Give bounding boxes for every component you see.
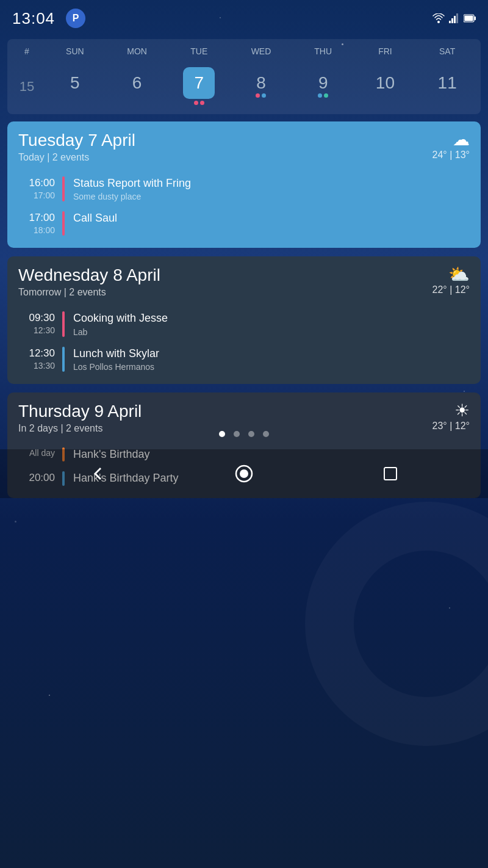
tuesday-weather-temp: 24° | 13° [432,150,470,161]
event-bar-pink-2 [62,211,65,236]
dot-wed-2 [262,93,266,98]
thursday-weather-temp: 23° | 12° [432,421,470,432]
nav-dot-1[interactable] [219,431,225,437]
svg-rect-6 [465,16,473,21]
thu-header: THU [292,44,354,59]
date-6[interactable]: 6 [106,71,168,102]
back-button[interactable] [85,461,110,486]
wed-event-end-2: 13:30 [18,360,55,371]
wednesday-header: Wednesday 8 April Tomorrow | 2 events ⛅ … [7,256,481,304]
tuesday-section: Tuesday 7 April Today | 2 events ☁ 24° |… [7,121,481,248]
wed-event-title-1: Cooking with Jesse [73,311,470,325]
home-button[interactable] [232,461,256,486]
dot-1 [194,101,198,105]
event-location: Some dusty place [73,192,470,201]
wednesday-sub: Tomorrow | 2 events [18,287,160,298]
wednesday-weather: ⛅ 22° | 12° [432,266,470,295]
wednesday-header-left: Wednesday 8 April Tomorrow | 2 events [18,266,160,298]
signal-icon [449,13,460,23]
event-title-2: Call Saul [73,211,470,225]
wednesday-event-1[interactable]: 09:30 12:30 Cooking with Jesse Lab [7,306,481,341]
event-details-2: Call Saul [73,211,470,236]
tuesday-weather: ☁ 24° | 13° [432,131,470,161]
wednesday-events: 09:30 12:30 Cooking with Jesse Lab 12:30… [7,304,481,384]
galaxy-arc [271,468,488,781]
date-5[interactable]: 5 [44,71,106,102]
svg-rect-10 [384,468,396,480]
status-right [432,13,476,23]
dot-thu-1 [318,93,322,98]
thursday-header-left: Thursday 9 April In 2 days | 2 events [18,402,142,434]
date-10[interactable]: 10 [354,71,417,102]
dot-wed-1 [256,93,260,98]
date-7-selected[interactable]: 7 [168,63,230,109]
wed-header: WED [230,44,292,59]
dot-thu-2 [324,93,328,98]
tuesday-header: Tuesday 7 April Today | 2 events ☁ 24° |… [7,121,481,169]
sat-header: SAT [416,44,478,59]
status-left: 13:04 P [12,9,85,28]
event-details: Status Report with Fring Some dusty plac… [73,176,470,201]
svg-rect-2 [454,16,456,23]
tuesday-event-2[interactable]: 17:00 18:00 Call Saul [7,206,481,241]
event-end-time-2: 18:00 [18,225,55,236]
event-bar-pink [62,176,65,201]
svg-marker-7 [94,468,101,480]
tue-header: TUE [168,44,230,59]
wed-event-title-2: Lunch with Skylar [73,347,470,361]
tuesday-weather-icon: ☁ [432,131,470,148]
svg-rect-3 [456,13,458,23]
tuesday-event-1[interactable]: 16:00 17:00 Status Report with Fring Som… [7,172,481,206]
svg-point-9 [240,469,248,478]
status-time: 13:04 [12,9,55,28]
event-start-time: 16:00 [18,176,55,190]
event-title: Status Report with Fring [73,176,470,190]
wifi-icon [432,13,445,23]
event-start-time-2: 17:00 [18,211,55,225]
battery-icon [464,14,476,23]
svg-rect-1 [451,18,453,23]
sun-header: SUN [44,44,106,59]
wed-event-time-col-1: 09:30 12:30 [18,311,62,336]
event-end-time: 17:00 [18,190,55,201]
wednesday-weather-temp: 22° | 12° [432,284,470,295]
thursday-weather-icon: ☀ [432,402,470,419]
svg-rect-5 [475,16,476,20]
wednesday-event-2[interactable]: 12:30 13:30 Lunch with Skylar Los Pollos… [7,342,481,377]
tuesday-header-left: Tuesday 7 April Today | 2 events [18,131,135,163]
nav-dot-4[interactable] [263,431,269,437]
thursday-weather: ☀ 23° | 12° [432,402,470,432]
calendar-dates-row: 15 5 6 7 8 [10,63,478,109]
thursday-title: Thursday 9 April [18,402,142,421]
wednesday-title: Wednesday 8 April [18,266,160,285]
wed-event-time-col-2: 12:30 13:30 [18,347,62,372]
wednesday-section: Wednesday 8 April Tomorrow | 2 events ⛅ … [7,256,481,384]
date-8[interactable]: 8 [230,71,292,102]
wednesday-weather-icon: ⛅ [432,266,470,283]
date-11[interactable]: 11 [416,71,478,102]
wed-event-end-1: 12:30 [18,325,55,336]
tuesday-title: Tuesday 7 April [18,131,135,150]
wed-event-bar-2 [62,347,65,372]
status-app-icon: P [66,9,85,28]
wed-event-details-2: Lunch with Skylar Los Pollos Hermanos [73,347,470,372]
event-time-col: 16:00 17:00 [18,176,62,201]
nav-dot-2[interactable] [234,431,240,437]
date-9[interactable]: 9 [292,71,354,102]
wed-event-bar-1 [62,311,65,336]
nav-dot-3[interactable] [248,431,254,437]
week-number: 15 [10,75,44,98]
android-nav-bar [0,449,488,498]
wed-event-location-1: Lab [73,327,470,337]
calendar-grid: # SUN MON TUE WED THU FRI SAT 15 5 6 7 [7,39,481,114]
mon-header: MON [106,44,168,59]
recent-apps-button[interactable] [378,461,403,486]
status-bar: 13:04 P [0,0,488,34]
fri-header: FRI [354,44,417,59]
week-header: # [10,44,44,59]
tuesday-sub: Today | 2 events [18,152,135,163]
event-time-col-2: 17:00 18:00 [18,211,62,236]
dot-2 [200,101,204,105]
wed-event-location-2: Los Pollos Hermanos [73,362,470,372]
tuesday-events: 16:00 17:00 Status Report with Fring Som… [7,169,481,248]
